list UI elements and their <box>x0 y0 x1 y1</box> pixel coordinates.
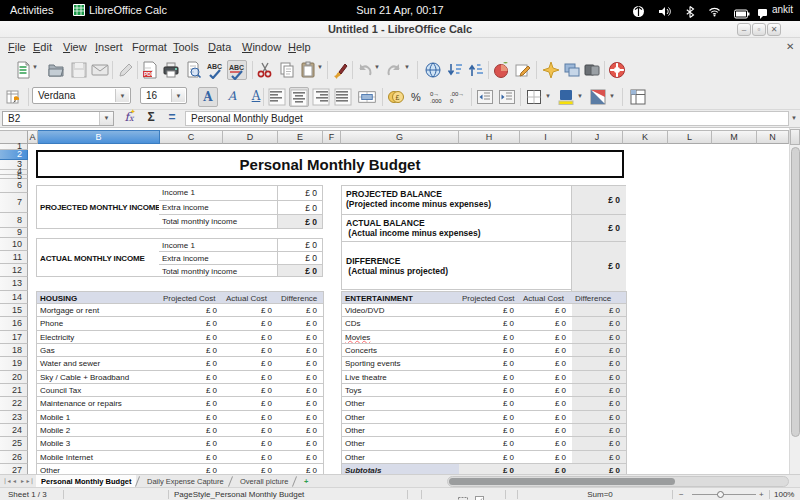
housing-table-value[interactable]: £ 0 <box>223 397 279 410</box>
housing-table-value[interactable]: £ 0 <box>278 437 324 450</box>
entertainment-table-value[interactable]: £ 0 <box>459 317 521 330</box>
vertical-split-handle[interactable] <box>790 129 800 145</box>
housing-table-value[interactable]: £ 0 <box>160 384 224 397</box>
entertainment-table-value[interactable]: £ 0 <box>459 424 521 437</box>
add-decimal-icon[interactable]: 0→.000 <box>428 87 448 107</box>
zoom-out-icon[interactable]: − <box>679 490 684 499</box>
row-header-25[interactable]: 25 <box>0 437 28 450</box>
row-header-6[interactable]: 6 <box>0 179 28 193</box>
entertainment-table-value[interactable]: £ 0 <box>520 357 573 370</box>
row-header-12[interactable]: 12 <box>0 264 28 278</box>
menu-format[interactable]: Format <box>132 41 167 53</box>
close-document-icon[interactable]: ✕ <box>786 41 794 52</box>
actual-income-table-value[interactable]: £ 0 <box>277 238 323 251</box>
vertical-scrollbar[interactable] <box>789 128 800 474</box>
row-header-7[interactable]: 7 <box>0 193 28 213</box>
document-modified-icon[interactable] <box>475 491 484 500</box>
align-right-icon[interactable] <box>311 87 331 107</box>
column-header-E[interactable]: E <box>278 130 323 144</box>
row-header-21[interactable]: 21 <box>0 384 28 397</box>
housing-table-value[interactable]: £ 0 <box>278 464 324 474</box>
row-header-14[interactable]: 14 <box>0 291 28 305</box>
entertainment-table-item[interactable]: Other <box>341 424 460 437</box>
font-name-dropdown-icon[interactable]: ▼ <box>115 89 129 102</box>
housing-table-header[interactable]: HOUSING <box>36 291 161 305</box>
actual-income-table-item[interactable]: Income 1 <box>159 238 278 251</box>
clone-formatting-icon[interactable] <box>330 60 350 80</box>
housing-table-value[interactable]: £ 0 <box>160 464 224 474</box>
align-justify-icon[interactable] <box>333 87 353 107</box>
print-icon[interactable] <box>161 60 181 80</box>
entertainment-table-header[interactable]: Projected Cost <box>459 291 521 305</box>
housing-table-value[interactable]: £ 0 <box>160 411 224 424</box>
auto-spellcheck-icon[interactable]: ABC <box>227 60 247 80</box>
housing-table-value[interactable]: £ 0 <box>278 331 324 344</box>
projected-income-table-value[interactable]: £ 0 <box>277 185 323 200</box>
entertainment-table-value[interactable]: £ 0 <box>520 397 573 410</box>
housing-table-value[interactable]: £ 0 <box>160 424 224 437</box>
entertainment-table-value[interactable]: £ 0 <box>572 304 627 317</box>
merge-cells-icon[interactable] <box>355 87 379 107</box>
entertainment-table-value[interactable]: £ 0 <box>459 344 521 357</box>
balance-value[interactable]: £ 0 <box>571 186 626 215</box>
housing-table-value[interactable]: £ 0 <box>160 397 224 410</box>
close-button[interactable]: ✕ <box>767 23 781 36</box>
entertainment-table-value[interactable]: £ 0 <box>572 344 627 357</box>
housing-table-item[interactable]: Mobile 1 <box>36 411 161 424</box>
menu-help[interactable]: Help <box>288 41 311 53</box>
entertainment-table-value[interactable]: £ 0 <box>459 331 521 344</box>
housing-table-value[interactable]: £ 0 <box>278 304 324 317</box>
housing-table-item[interactable]: Maintenance or repairs <box>36 397 161 410</box>
entertainment-table-value[interactable]: £ 0 <box>459 451 521 464</box>
row-header-17[interactable]: 17 <box>0 331 28 344</box>
entertainment-table-value[interactable]: £ 0 <box>520 451 573 464</box>
housing-table-value[interactable]: £ 0 <box>160 317 224 330</box>
italic-icon[interactable]: A <box>222 87 242 107</box>
entertainment-table-value[interactable]: £ 0 <box>572 331 627 344</box>
sort-descending-icon[interactable] <box>445 60 465 80</box>
entertainment-table-item[interactable]: Other <box>341 451 460 464</box>
column-header-A[interactable]: A <box>28 130 38 144</box>
housing-table-value[interactable]: £ 0 <box>278 397 324 410</box>
entertainment-table-value[interactable]: £ 0 <box>572 371 627 384</box>
entertainment-table-value[interactable]: £ 0 <box>520 384 573 397</box>
delete-decimal-icon[interactable]: .00→0 <box>448 87 468 107</box>
entertainment-table-header[interactable]: Difference <box>572 291 627 305</box>
housing-table-item[interactable]: Other <box>36 464 161 474</box>
housing-table-item[interactable]: Mobile Internet <box>36 451 161 464</box>
housing-table-value[interactable]: £ 0 <box>278 357 324 370</box>
housing-table-value[interactable]: £ 0 <box>160 304 224 317</box>
horizontal-scrollbar[interactable] <box>447 476 789 487</box>
currency-icon[interactable]: £ <box>386 87 406 107</box>
housing-table-value[interactable]: £ 0 <box>223 357 279 370</box>
increase-indent-icon[interactable] <box>497 87 517 107</box>
column-header-C[interactable]: C <box>160 130 223 144</box>
entertainment-table-item[interactable]: Sporting events <box>341 357 460 370</box>
edit-file-icon[interactable] <box>116 60 136 80</box>
entertainment-table-value[interactable]: £ 0 <box>520 344 573 357</box>
export-pdf-icon[interactable]: PDF <box>140 60 160 80</box>
entertainment-table-value[interactable]: £ 0 <box>520 464 573 474</box>
background-color-dropdown-icon[interactable]: ▼ <box>577 93 583 99</box>
gallery-icon[interactable] <box>562 60 582 80</box>
zoom-slider[interactable] <box>692 494 756 495</box>
first-sheet-button[interactable]: ❘◂ <box>2 476 11 487</box>
select-all-corner[interactable] <box>0 130 28 144</box>
new-document-icon[interactable] <box>13 60 33 80</box>
entertainment-table-value[interactable]: £ 0 <box>459 371 521 384</box>
entertainment-table-value[interactable]: £ 0 <box>572 437 627 450</box>
zoom-in-icon[interactable]: + <box>759 490 764 499</box>
projected-income-table-value[interactable]: £ 0 <box>277 200 323 215</box>
show-draw-icon[interactable] <box>513 60 533 80</box>
entertainment-table-value[interactable]: £ 0 <box>572 384 627 397</box>
column-header-K[interactable]: K <box>623 130 668 144</box>
align-left-icon[interactable] <box>267 87 287 107</box>
housing-table-value[interactable]: £ 0 <box>223 304 279 317</box>
projected-income-table-item[interactable]: Total monthly income <box>159 214 278 229</box>
conditional-formatting-dropdown-icon[interactable]: ▼ <box>609 93 615 99</box>
housing-table-value[interactable]: £ 0 <box>160 371 224 384</box>
column-header-G[interactable]: G <box>341 130 459 144</box>
housing-table-value[interactable]: £ 0 <box>160 344 224 357</box>
housing-table-header[interactable]: Projected Cost <box>160 291 224 305</box>
housing-table-value[interactable]: £ 0 <box>278 317 324 330</box>
